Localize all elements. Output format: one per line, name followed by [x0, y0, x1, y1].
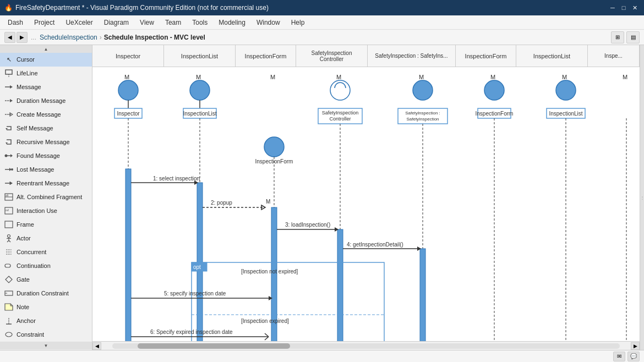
sidebar-item-actor[interactable]: Actor — [0, 232, 92, 245]
menu-item-uexceler[interactable]: UeXceler — [60, 17, 98, 28]
sequence-diagram: M Inspector M InspectionList M Inspectio… — [92, 67, 640, 341]
svg-point-70 — [484, 80, 504, 100]
sidebar-item-anchor[interactable]: Anchor — [0, 314, 92, 328]
svg-text:M: M — [562, 74, 567, 80]
right-handle[interactable]: ⋮ — [640, 45, 644, 350]
breadcrumb-item-1[interactable]: Schedule Inspection - MVC level — [104, 34, 205, 41]
sidebar-toggle-top[interactable]: ▲ — [0, 45, 92, 53]
svg-line-110 — [265, 337, 269, 340]
sidebar-label-recursive-message: Recursive Message — [17, 139, 70, 145]
sidebar-item-continuation[interactable]: Continuation — [0, 259, 92, 273]
col-header-safetyinspection: SafetyInspection : SafetyIns... — [368, 45, 456, 67]
diagram-btn-2[interactable]: ▤ — [626, 31, 640, 43]
menu-item-view[interactable]: View — [134, 17, 160, 28]
sidebar-item-self-message[interactable]: Self Message — [0, 122, 92, 135]
sidebar-label-reentrant-message: Reentrant Message — [17, 180, 69, 187]
sidebar-item-constraint[interactable]: Constraint — [0, 328, 92, 342]
svg-marker-37 — [5, 304, 13, 310]
menu-item-window[interactable]: Window — [251, 17, 286, 28]
sidebar-item-reentrant-message[interactable]: Reentrant Message — [0, 177, 92, 190]
sidebar-item-recursive-message[interactable]: Recursive Message — [0, 135, 92, 149]
sidebar-item-gate[interactable]: Gate — [0, 273, 92, 287]
svg-point-15 — [11, 168, 13, 171]
svg-rect-85 — [420, 249, 425, 341]
sidebar-label-interaction-use: Interaction Use — [17, 207, 57, 214]
sidebar-item-message[interactable]: Message — [0, 80, 92, 94]
svg-rect-84 — [337, 229, 343, 341]
sidebar-label-anchor: Anchor — [17, 317, 36, 324]
svg-point-42 — [118, 80, 138, 100]
duration-message-icon — [4, 96, 13, 105]
title-text: FireSafetyDepartment * - Visual Paradigm… — [15, 4, 608, 12]
sidebar-item-cursor[interactable]: ↖ Cursor — [0, 53, 92, 67]
svg-text:Controller: Controller — [329, 116, 351, 122]
sidebar-item-create-message[interactable]: Create Message — [0, 108, 92, 122]
col-header-inspe: Inspe... — [588, 45, 640, 67]
menu-item-help[interactable]: Help — [286, 17, 310, 28]
col-header-inspectionform2: InspectionForm — [456, 45, 516, 67]
svg-text:3: loadInspection(): 3: loadInspection() — [285, 222, 330, 228]
svg-point-58 — [330, 80, 350, 100]
status-email-button[interactable]: ✉ — [613, 352, 625, 361]
menu-item-team[interactable]: Team — [160, 17, 187, 28]
col-header-safetycontroller: SafetyInspectionController — [296, 45, 368, 67]
menu-item-tools[interactable]: Tools — [187, 17, 213, 28]
sidebar-item-duration-message[interactable]: Duration Message — [0, 94, 92, 108]
sidebar-label-lost-message: Lost Message — [17, 166, 54, 173]
breadcrumb-item-0[interactable]: ScheduleInspection — [40, 34, 97, 41]
continuation-icon — [4, 261, 13, 270]
sidebar-label-note: Note — [17, 304, 29, 310]
horizontal-scrollbar[interactable]: ◀ ▶ — [92, 341, 640, 350]
sidebar-item-alt-combined[interactable]: alt Alt. Combined Fragment — [0, 190, 92, 204]
status-buttons: ✉ 💬 — [613, 352, 640, 361]
main-layout: ▲ ↖ Cursor LifeLine Message Duration Mes… — [0, 45, 644, 350]
sidebar-label-frame: Frame — [17, 221, 34, 228]
sidebar-label-actor: Actor — [17, 235, 31, 242]
col-header-inspectionlist: InspectionList — [164, 45, 236, 67]
app-icon: 🔥 — [4, 4, 13, 12]
svg-text:M: M — [124, 74, 129, 80]
svg-line-28 — [7, 240, 9, 242]
menu-item-diagram[interactable]: Diagram — [99, 17, 134, 28]
sidebar-label-gate: Gate — [17, 276, 30, 283]
sidebar-item-frame[interactable]: Frame — [0, 218, 92, 232]
svg-text:M: M — [490, 74, 495, 80]
sidebar-item-lost-message[interactable]: Lost Message — [0, 163, 92, 177]
nav-next-button[interactable]: ▶ — [17, 32, 28, 43]
status-chat-button[interactable]: 💬 — [627, 352, 640, 361]
sidebar-toggle-bottom[interactable]: ▼ — [0, 342, 92, 349]
statusbar: ✉ 💬 — [0, 350, 644, 362]
maximize-button[interactable]: □ — [619, 3, 629, 13]
close-button[interactable]: ✕ — [630, 3, 640, 13]
minimize-button[interactable]: ─ — [608, 3, 618, 13]
hscroll-left-button[interactable]: ◀ — [92, 342, 101, 350]
sidebar-item-lifeline[interactable]: LifeLine — [0, 67, 92, 80]
menu-item-project[interactable]: Project — [29, 17, 60, 28]
sidebar-item-concurrent[interactable]: Concurrent — [0, 245, 92, 259]
lost-message-icon — [4, 165, 13, 174]
menu-item-modeling[interactable]: Modeling — [213, 17, 251, 28]
sidebar-item-interaction-use[interactable]: ref Interaction Use — [0, 204, 92, 218]
sidebar-item-note[interactable]: Note — [0, 300, 92, 314]
svg-text:[Inspection expired]: [Inspection expired] — [241, 318, 289, 324]
sidebar-label-found-message: Found Message — [17, 152, 60, 159]
titlebar: 🔥 FireSafetyDepartment * - Visual Paradi… — [0, 0, 644, 15]
svg-text:M: M — [623, 74, 627, 80]
svg-point-25 — [8, 235, 10, 238]
hscroll-thumb[interactable] — [138, 343, 290, 349]
svg-text:M: M — [196, 74, 201, 80]
sidebar-item-found-message[interactable]: Found Message — [0, 149, 92, 163]
svg-rect-33 — [5, 264, 10, 267]
lifeline-icon — [4, 69, 13, 78]
sidebar-item-duration-constraint[interactable]: Duration Constraint — [0, 287, 92, 300]
svg-point-54 — [264, 137, 284, 157]
menu-item-dash[interactable]: Dash — [2, 17, 29, 28]
svg-line-29 — [9, 240, 10, 242]
message-icon — [4, 83, 13, 91]
diagram-btn-1[interactable]: ⊞ — [611, 31, 624, 43]
diagram-canvas[interactable]: M Inspector M InspectionList M Inspectio… — [92, 67, 640, 341]
hscroll-track[interactable] — [112, 343, 620, 349]
anchor-icon — [4, 316, 13, 325]
nav-prev-button[interactable]: ◀ — [4, 32, 15, 43]
hscroll-right-button[interactable]: ▶ — [631, 342, 640, 350]
